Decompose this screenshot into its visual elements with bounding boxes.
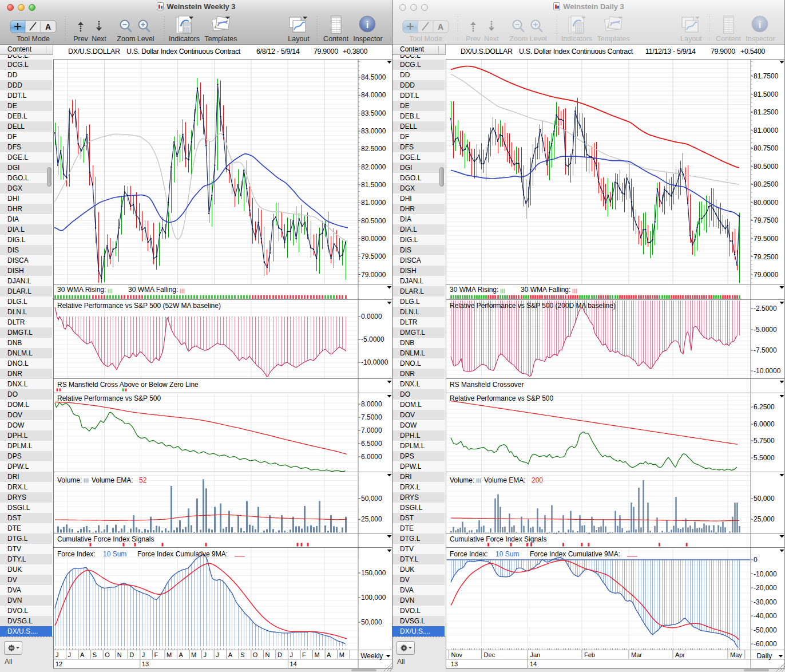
svg-text:83.0000: 83.0000 — [361, 127, 386, 135]
svg-text:N: N — [265, 651, 269, 658]
svg-text:80.5000: 80.5000 — [754, 163, 779, 171]
svg-text:79.7500: 79.7500 — [754, 216, 779, 224]
svg-text:-10,000: -10,000 — [754, 570, 777, 578]
svg-text:Weekly: Weekly — [360, 652, 383, 660]
svg-text:81.0000: 81.0000 — [754, 127, 779, 135]
svg-text:F: F — [154, 651, 158, 658]
svg-text:A: A — [327, 651, 331, 658]
svg-text:79.2500: 79.2500 — [754, 253, 779, 261]
svg-text:Force Index Cumulative 9MA:: Force Index Cumulative 9MA: — [137, 550, 228, 558]
svg-text:Relative Performance vs S&P 50: Relative Performance vs S&P 500 (200D MA… — [450, 302, 616, 310]
svg-text:10 Sum: 10 Sum — [495, 550, 519, 558]
svg-text:Apr: Apr — [675, 651, 685, 658]
svg-text:200: 200 — [532, 476, 543, 484]
svg-text:50,000: 50,000 — [361, 618, 382, 626]
svg-text:S: S — [93, 651, 97, 658]
svg-text:Volume EMA:: Volume EMA: — [484, 476, 526, 484]
svg-text:150,000: 150,000 — [361, 569, 386, 577]
svg-text:30 WMA Rising:: 30 WMA Rising: — [57, 286, 106, 294]
svg-text:81.0000: 81.0000 — [361, 199, 386, 207]
svg-text:30 WMA Falling:: 30 WMA Falling: — [128, 286, 178, 294]
svg-text:D: D — [129, 651, 134, 658]
svg-text:Force Index Cumulative 9MA:: Force Index Cumulative 9MA: — [530, 550, 620, 558]
svg-text:-50,000: -50,000 — [754, 626, 777, 634]
svg-text:13: 13 — [451, 661, 458, 667]
svg-text:J: J — [68, 651, 72, 658]
svg-text:83.5000: 83.5000 — [361, 109, 386, 117]
svg-text:-5.0000: -5.0000 — [361, 335, 384, 343]
svg-text:25,000: 25,000 — [754, 515, 775, 523]
svg-text:5.5000: 5.5000 — [754, 454, 775, 462]
svg-text:N: N — [117, 651, 122, 658]
svg-text:-30,000: -30,000 — [754, 598, 777, 606]
svg-text:O: O — [105, 651, 110, 658]
svg-text:50,000: 50,000 — [361, 495, 382, 503]
svg-text:80.7500: 80.7500 — [754, 144, 779, 152]
svg-text:J: J — [290, 651, 293, 658]
svg-text:30 WMA Falling:: 30 WMA Falling: — [521, 286, 570, 294]
svg-text:7.0000: 7.0000 — [361, 426, 382, 434]
svg-text:81.5000: 81.5000 — [754, 90, 779, 98]
svg-text:80.0000: 80.0000 — [361, 235, 386, 243]
svg-text:14: 14 — [530, 661, 537, 667]
svg-text:82.0000: 82.0000 — [361, 163, 386, 171]
svg-text:82.5000: 82.5000 — [361, 145, 386, 153]
svg-text:12: 12 — [55, 661, 62, 667]
svg-text:79.5000: 79.5000 — [754, 235, 779, 243]
svg-text:RS Mansfield Crossover: RS Mansfield Crossover — [450, 381, 524, 389]
svg-text:Dec: Dec — [484, 651, 495, 658]
svg-text:14: 14 — [290, 661, 296, 667]
svg-text:13: 13 — [142, 661, 149, 667]
svg-text:84.0000: 84.0000 — [361, 91, 386, 99]
svg-text:30 WMA Rising:: 30 WMA Rising: — [450, 286, 498, 294]
svg-text:84.5000: 84.5000 — [361, 73, 386, 81]
svg-text:J: J — [55, 651, 59, 658]
svg-text:-5.0000: -5.0000 — [754, 326, 777, 334]
svg-text:80.0000: 80.0000 — [754, 199, 779, 207]
svg-text:-7.5000: -7.5000 — [754, 346, 777, 354]
svg-text:J: J — [142, 651, 145, 658]
svg-text:79.0000: 79.0000 — [754, 271, 779, 279]
svg-text:Nov: Nov — [451, 651, 463, 658]
svg-text:Force Index:: Force Index: — [450, 550, 488, 558]
svg-text:52: 52 — [139, 476, 147, 484]
svg-text:25,000: 25,000 — [361, 515, 382, 523]
svg-text:May: May — [730, 651, 742, 658]
svg-text:Daily: Daily — [756, 652, 772, 660]
svg-text:6.0000: 6.0000 — [754, 420, 775, 428]
svg-text:Relative Performance vs S&P 50: Relative Performance vs S&P 500 — [57, 394, 161, 402]
svg-text:-10.0000: -10.0000 — [754, 367, 781, 375]
svg-text:J: J — [216, 651, 219, 658]
svg-text:100,000: 100,000 — [361, 594, 386, 602]
svg-text:50,000: 50,000 — [754, 495, 775, 503]
svg-text:0: 0 — [754, 556, 758, 564]
svg-text:RS Mansfield Cross Above or Be: RS Mansfield Cross Above or Below Zero L… — [57, 381, 199, 389]
svg-text:-20,000: -20,000 — [754, 584, 777, 592]
svg-text:81.2500: 81.2500 — [754, 108, 779, 116]
svg-text:7.5000: 7.5000 — [361, 413, 382, 421]
svg-text:0.0000: 0.0000 — [361, 313, 382, 321]
svg-text:Cumulative Force Index Signals: Cumulative Force Index Signals — [57, 535, 154, 543]
svg-text:A: A — [80, 651, 85, 658]
svg-text:M: M — [315, 651, 320, 658]
svg-text:M: M — [191, 651, 196, 658]
svg-text:D: D — [277, 651, 282, 658]
svg-text:Cumulative Force Index Signals: Cumulative Force Index Signals — [450, 535, 546, 543]
svg-text:Relative Performance vs S&P 50: Relative Performance vs S&P 500 — [450, 394, 554, 402]
svg-text:6.0000: 6.0000 — [361, 453, 382, 461]
svg-text:6.2500: 6.2500 — [754, 403, 775, 411]
svg-text:S: S — [240, 651, 244, 658]
svg-text:Force Index:: Force Index: — [57, 550, 96, 558]
svg-text:79.5000: 79.5000 — [361, 252, 386, 260]
svg-text:-60,000: -60,000 — [754, 640, 777, 648]
svg-text:79.0000: 79.0000 — [361, 271, 386, 279]
svg-text:Relative Performance vs S&P 50: Relative Performance vs S&P 500 (52W MA … — [57, 302, 221, 310]
svg-text:M: M — [339, 651, 344, 658]
svg-text:Jan: Jan — [530, 651, 541, 658]
svg-text:A: A — [228, 651, 233, 658]
svg-text:81.5000: 81.5000 — [361, 181, 386, 189]
svg-text:-2.5000: -2.5000 — [754, 305, 777, 313]
svg-text:F: F — [302, 651, 306, 658]
svg-text:Feb: Feb — [584, 651, 595, 658]
svg-text:Volume EMA:: Volume EMA: — [92, 476, 133, 484]
